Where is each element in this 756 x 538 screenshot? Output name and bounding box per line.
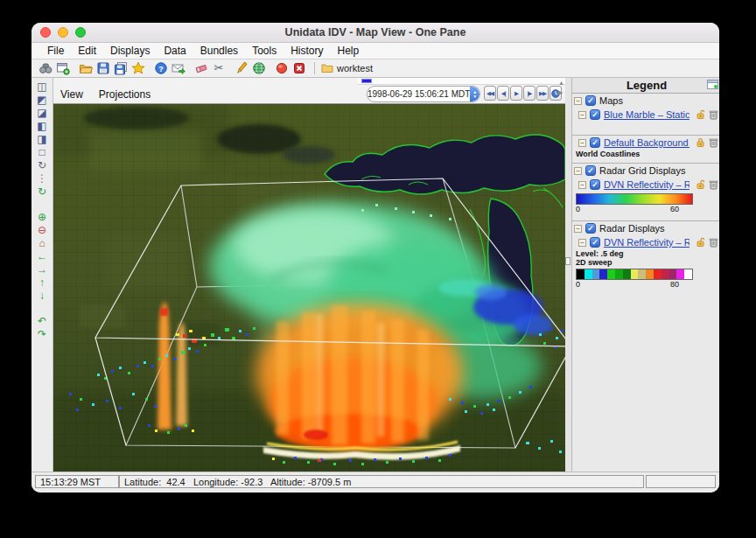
animation-buttons: ◀◀◀|▶|▶▶▶ (484, 86, 562, 101)
legend-group-maps: − ✓ Maps (572, 94, 719, 108)
view-menus: View Projections (60, 88, 150, 101)
lock-open-icon[interactable] (696, 109, 706, 120)
undo-icon[interactable]: ↶ (35, 315, 50, 328)
display-link[interactable]: DVN Reflectivity – Rada... (604, 237, 690, 248)
visibility-checkbox[interactable]: ✓ (590, 137, 600, 148)
delete-icon[interactable] (709, 137, 718, 148)
globe-icon[interactable] (251, 61, 267, 75)
menu-bundles[interactable]: Bundles (193, 45, 245, 57)
collapse-toggle-icon[interactable]: − (578, 111, 586, 119)
home-view-icon[interactable]: ⌂ (35, 237, 50, 250)
play-button[interactable]: ▶ (510, 86, 522, 101)
status-bar: 15:13:29 MST Latitude: 42.4 Longitude: -… (32, 472, 719, 493)
pan-down-icon[interactable]: ↓ (35, 290, 50, 303)
menu-help[interactable]: Help (330, 45, 366, 57)
open-bundle-icon[interactable] (78, 61, 94, 75)
lock-open-icon[interactable] (696, 237, 706, 248)
rotate-cube-icon[interactable]: ◫ (35, 80, 50, 94)
collapse-toggle-icon[interactable]: − (574, 97, 582, 105)
menu-file[interactable]: File (40, 45, 71, 57)
visibility-checkbox[interactable]: ✓ (585, 165, 596, 176)
auto-rotate-icon[interactable]: ↻ (35, 159, 50, 172)
left-view-icon[interactable]: ◧ (35, 120, 50, 133)
new-display-icon[interactable] (55, 61, 71, 75)
header-scroll-arrows[interactable]: ▲▶ (558, 80, 564, 95)
vertical-scale-icon[interactable]: ⋮ (35, 172, 50, 185)
help-info-icon[interactable]: ? (153, 61, 169, 75)
collapse-toggle-icon[interactable]: − (578, 181, 586, 189)
zoom-in-icon[interactable]: ⊕ (35, 211, 50, 224)
pan-left-icon[interactable]: ← (35, 250, 50, 263)
lock-closed-icon[interactable] (696, 137, 706, 148)
animation-timeline[interactable] (358, 78, 565, 85)
support-request-icon[interactable] (171, 61, 186, 75)
collapse-toggle-icon[interactable]: − (574, 167, 582, 175)
app-window: Unidata IDV - Map View - One Pane FileEd… (32, 23, 719, 493)
panel-splitter[interactable] (565, 78, 572, 472)
top-view-icon[interactable]: ◩ (35, 94, 50, 107)
visibility-checkbox[interactable]: ✓ (585, 95, 596, 106)
display-link[interactable]: Blue Marble – Static (604, 109, 690, 120)
animation-position-marker[interactable] (361, 79, 372, 83)
go-to-end-button[interactable]: ▶▶ (536, 86, 549, 101)
right-view-icon[interactable]: ◨ (35, 133, 50, 146)
step-forward-button[interactable]: |▶ (523, 86, 536, 101)
collapse-toggle-icon[interactable]: − (578, 239, 586, 247)
zoom-out-icon[interactable]: ⊖ (35, 224, 50, 237)
colorbar-min: 0 (576, 205, 580, 213)
delete-icon[interactable] (709, 179, 718, 190)
scroll-right-icon[interactable]: ▶ (558, 89, 564, 95)
delete-icon[interactable] (709, 237, 718, 248)
step-back-button[interactable]: ◀| (497, 86, 509, 101)
collapse-toggle-icon[interactable]: − (578, 139, 586, 147)
workspace-tab[interactable]: worktest (321, 63, 373, 73)
map-sublabel: World Coastlines (572, 150, 719, 158)
folder-icon (321, 63, 333, 73)
toolbar-separator (314, 62, 315, 74)
record-icon[interactable] (274, 61, 290, 75)
edit-pencil-icon[interactable] (234, 61, 249, 75)
menu-edit[interactable]: Edit (71, 45, 103, 57)
map-3d-view[interactable] (53, 104, 565, 472)
legend-item-dvn-reflectivity-grid: − ✓ DVN Reflectivity – Rada... (572, 178, 719, 192)
delete-icon[interactable] (709, 109, 718, 120)
menu-history[interactable]: History (284, 45, 330, 57)
reset-projection-icon[interactable]: □ (35, 146, 50, 159)
colorbar-max: 80 (670, 280, 679, 289)
splitter-handle-icon[interactable] (565, 257, 570, 265)
pan-right-icon[interactable]: → (35, 263, 50, 276)
display-link[interactable]: Default Background Maps (604, 137, 690, 148)
menu-data[interactable]: Data (157, 45, 192, 57)
stop-close-icon[interactable] (291, 61, 307, 75)
menu-displays[interactable]: Displays (103, 45, 157, 57)
data-chooser-icon[interactable] (38, 61, 53, 75)
go-to-start-button[interactable]: ◀◀ (484, 86, 496, 101)
time-select[interactable]: 1998-06-29 15:06:21 MDT ▲▼ (367, 86, 480, 102)
content-area: ◫◩◪◧◨□↻⋮↻⊕⊖⌂←→↑↓↶↷ View Projections 1998… (32, 78, 719, 472)
visibility-checkbox[interactable]: ✓ (585, 223, 596, 234)
cut-scissors-icon[interactable]: ✂ (211, 61, 227, 75)
menu-tools[interactable]: Tools (245, 45, 284, 57)
redo-icon[interactable]: ↷ (35, 328, 50, 341)
bottom-view-icon[interactable]: ◪ (35, 107, 50, 120)
visibility-checkbox[interactable]: ✓ (590, 109, 600, 120)
lock-open-icon[interactable] (696, 179, 706, 190)
title-bar[interactable]: Unidata IDV - Map View - One Pane (32, 23, 719, 43)
float-legend-icon[interactable] (707, 80, 718, 89)
display-link[interactable]: DVN Reflectivity – Rada... (604, 179, 690, 190)
legend-item-default-background-maps: − ✓ Default Background Maps (572, 136, 719, 150)
favorites-star-icon[interactable] (130, 61, 146, 75)
pan-up-icon[interactable]: ↑ (35, 276, 50, 290)
collapse-toggle-icon[interactable]: − (574, 225, 582, 233)
menu-view[interactable]: View (60, 88, 83, 101)
visibility-checkbox[interactable]: ✓ (590, 237, 600, 248)
combo-stepper-icon[interactable]: ▲▼ (470, 87, 480, 101)
menu-projections[interactable]: Projections (99, 88, 150, 101)
save-bundle-icon[interactable] (95, 61, 111, 75)
save-favorites-icon[interactable] (113, 61, 129, 75)
scroll-up-icon[interactable]: ▲ (558, 80, 564, 86)
menu-bar: FileEditDisplaysDataBundlesToolsHistoryH… (32, 43, 719, 59)
visibility-checkbox[interactable]: ✓ (590, 179, 600, 190)
refresh-view-icon[interactable]: ↻ (35, 185, 50, 199)
eraser-icon[interactable] (193, 61, 209, 75)
